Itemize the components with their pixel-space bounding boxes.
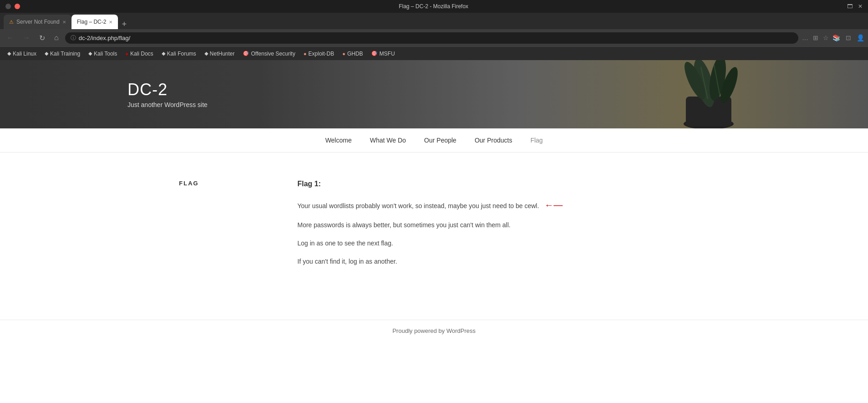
layout-icon[interactable]: ⊡ [846, 34, 851, 41]
bookmark-icon: ● [125, 51, 128, 56]
bookmark-offensive-security[interactable]: 🎯 Offensive Security [239, 50, 299, 58]
address-right-controls: … ⊞ ☆ [802, 34, 829, 41]
content-sidebar: FLAG [179, 180, 270, 274]
back-button[interactable]: ← [4, 33, 16, 43]
nav-link-flag[interactable]: Flag [521, 128, 552, 152]
restore-button[interactable]: 🗖 [847, 3, 853, 10]
nav-link-whatwedo[interactable]: What We Do [361, 128, 415, 152]
content-main: Flag 1: Your usual wordlists probably wo… [297, 180, 689, 274]
window-right-controls[interactable]: 🗖 ✕ [847, 3, 863, 10]
tab-label-active: Flag – DC-2 [77, 19, 107, 25]
window-controls[interactable] [5, 4, 20, 9]
account-icon[interactable]: 👤 [857, 34, 864, 41]
bookmark-nethunter[interactable]: ◆ NetHunter [201, 50, 239, 58]
toolbar-right: 📚 ⊡ 👤 [832, 34, 864, 41]
address-input-wrap[interactable]: ⓘ dc-2/index.php/flag/ [65, 32, 798, 44]
address-url[interactable]: dc-2/index.php/flag/ [79, 35, 793, 41]
bookmark-kali-linux[interactable]: ◆ Kali Linux [4, 50, 40, 58]
nav-item-welcome[interactable]: Welcome [316, 128, 361, 152]
bookmark-label: MSFU [379, 51, 395, 57]
bookmark-kali-training[interactable]: ◆ Kali Training [41, 50, 84, 58]
nav-item-whatwedo[interactable]: What We Do [361, 128, 415, 152]
pocket-icon[interactable]: ⊞ [813, 34, 818, 41]
bookmark-kali-forums[interactable]: ◆ Kali Forums [158, 50, 200, 58]
window-title: Flag – DC-2 - Mozilla Firefox [20, 3, 847, 10]
tab-server-not-found[interactable]: ⚠ Server Not Found ✕ [4, 15, 71, 29]
home-button[interactable]: ⌂ [51, 33, 61, 43]
address-bar: ← → ↻ ⌂ ⓘ dc-2/index.php/flag/ … ⊞ ☆ 📚 ⊡… [0, 29, 868, 46]
bookmark-label: NetHunter [210, 51, 235, 57]
bookmark-label: GHDB [347, 51, 363, 57]
bookmark-label: Kali Tools [94, 51, 117, 57]
red-arrow-icon: ←— [544, 197, 562, 213]
tab-close-active-button[interactable]: ✕ [109, 20, 112, 25]
nav-link-welcome[interactable]: Welcome [316, 128, 361, 152]
nav-item-ourpeople[interactable]: Our People [415, 128, 465, 152]
bookmark-kali-tools[interactable]: ◆ Kali Tools [85, 50, 121, 58]
nav-link-ourproducts[interactable]: Our Products [465, 128, 521, 152]
tab-label: Server Not Found [16, 19, 60, 25]
tab-close-button[interactable]: ✕ [62, 20, 66, 25]
flag-paragraph-4: If you can't find it, log in as another. [297, 256, 689, 267]
new-tab-button[interactable]: + [118, 20, 130, 29]
bookmark-label: Exploit-DB [308, 51, 334, 57]
flag-text-1: Your usual wordlists probably won't work… [297, 202, 539, 209]
flag-paragraph-3: Log in as one to see the next flag. [297, 238, 689, 249]
flag-title: Flag 1: [297, 180, 689, 188]
reload-button[interactable]: ↻ [36, 33, 48, 43]
bookmark-label: Offensive Security [251, 51, 295, 57]
bookmark-icon: ◆ [45, 51, 48, 56]
bookmark-msfu[interactable]: 🎯 MSFU [368, 50, 398, 58]
bookmark-icon: ◆ [88, 51, 92, 56]
content-area: FLAG Flag 1: Your usual wordlists probab… [161, 153, 707, 320]
flag-paragraph-1: Your usual wordlists probably won't work… [297, 197, 689, 213]
bookmark-icon: 🎯 [243, 51, 249, 56]
site-tagline: Just another WordPress site [128, 101, 208, 108]
bookmarks-bar: ◆ Kali Linux ◆ Kali Training ◆ Kali Tool… [0, 46, 868, 60]
flag-paragraph-2: More passwords is always better, but som… [297, 220, 689, 231]
bookmark-label: Kali Forums [167, 51, 196, 57]
minimize-button[interactable] [5, 4, 11, 9]
hero-text: DC-2 Just another WordPress site [0, 80, 208, 108]
footer-link[interactable]: Proudly powered by WordPress [393, 327, 476, 334]
nav-item-ourproducts[interactable]: Our Products [465, 128, 521, 152]
nav-link-ourpeople[interactable]: Our People [415, 128, 465, 152]
site-title: DC-2 [128, 80, 208, 99]
site-wrapper: DC-2 Just another WordPress site Welcome… [0, 60, 868, 342]
nav-item-flag[interactable]: Flag [521, 128, 552, 152]
bookmark-exploit-db[interactable]: ● Exploit-DB [300, 50, 337, 58]
forward-button[interactable]: → [20, 33, 33, 43]
close-button[interactable] [15, 4, 20, 9]
site-navigation: Welcome What We Do Our People Our Produc… [0, 128, 868, 153]
bookmark-icon: 🎯 [371, 51, 378, 56]
more-icon[interactable]: … [802, 34, 808, 41]
bookmark-label: Kali Training [50, 51, 80, 57]
bookmark-star-icon[interactable]: ☆ [823, 34, 829, 41]
bookmark-kali-docs[interactable]: ● Kali Docs [122, 50, 157, 58]
sidebar-heading: FLAG [179, 180, 270, 187]
window-close-button[interactable]: ✕ [858, 3, 863, 10]
nav-menu: Welcome What We Do Our People Our Produc… [316, 128, 552, 152]
site-footer: Proudly powered by WordPress [0, 320, 868, 342]
bookmark-icon: ● [342, 51, 346, 56]
plant-svg [640, 60, 777, 128]
bookmark-ghdb[interactable]: ● GHDB [339, 50, 367, 58]
hero-plant-decoration [640, 60, 777, 128]
bookmark-icon: ● [303, 51, 306, 56]
bookmark-label: Kali Docs [130, 51, 153, 57]
title-bar: Flag – DC-2 - Mozilla Firefox 🗖 ✕ [0, 0, 868, 13]
bookmark-icon: ◆ [7, 51, 11, 56]
tab-warning-icon: ⚠ [9, 19, 14, 25]
lock-icon: ⓘ [71, 34, 76, 42]
bookmark-label: Kali Linux [13, 51, 36, 57]
tab-bar: ⚠ Server Not Found ✕ Flag – DC-2 ✕ + [0, 13, 868, 29]
site-hero: DC-2 Just another WordPress site [0, 60, 868, 128]
bookmark-icon: ◆ [162, 51, 165, 56]
bookmark-icon: ◆ [204, 51, 208, 56]
library-icon[interactable]: 📚 [832, 34, 840, 41]
tab-flag-dc2[interactable]: Flag – DC-2 ✕ [71, 15, 118, 29]
